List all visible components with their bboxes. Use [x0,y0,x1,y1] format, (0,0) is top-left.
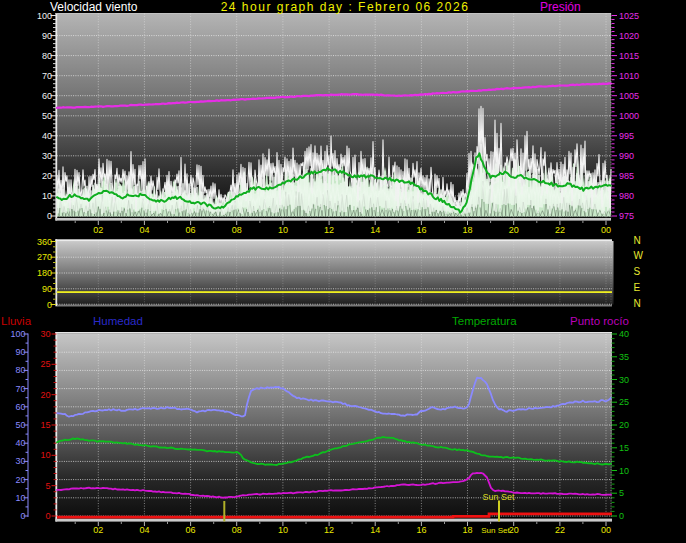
svg-text:985: 985 [619,171,634,181]
svg-text:25: 25 [40,359,50,369]
svg-text:5: 5 [619,488,624,498]
svg-text:1010: 1010 [619,71,639,81]
svg-text:20: 20 [619,420,629,430]
svg-text:Lluvia: Lluvia [1,315,32,327]
svg-text:40: 40 [15,438,25,448]
svg-text:08: 08 [232,225,242,235]
svg-text:N: N [634,298,641,309]
svg-text:60: 60 [15,402,25,412]
svg-text:10: 10 [278,525,288,535]
svg-text:22: 22 [555,525,565,535]
svg-text:10: 10 [42,191,52,201]
svg-text:18: 18 [462,525,472,535]
svg-text:00: 00 [601,525,611,535]
svg-text:5: 5 [45,481,50,491]
svg-text:00: 00 [601,225,611,235]
svg-text:10: 10 [278,225,288,235]
svg-text:0: 0 [20,511,25,521]
svg-text:40: 40 [42,131,52,141]
svg-text:50: 50 [15,420,25,430]
svg-text:24 hour graph day : Febrero 06: 24 hour graph day : Febrero 06 2026 [221,0,470,14]
svg-text:Temperatura: Temperatura [452,315,517,327]
svg-text:0: 0 [47,300,52,310]
svg-text:0: 0 [45,511,50,521]
svg-text:1000: 1000 [619,111,639,121]
svg-text:12: 12 [324,225,334,235]
svg-text:1005: 1005 [619,91,639,101]
svg-text:10: 10 [619,466,629,476]
svg-text:100: 100 [37,11,52,21]
svg-text:20: 20 [509,225,519,235]
svg-text:04: 04 [139,525,149,535]
svg-text:N: N [634,235,641,246]
svg-text:1025: 1025 [619,11,639,21]
svg-text:20: 20 [42,171,52,181]
svg-text:20: 20 [15,475,25,485]
svg-text:12: 12 [324,525,334,535]
svg-text:80: 80 [42,51,52,61]
svg-text:25: 25 [619,397,629,407]
svg-text:30: 30 [619,375,629,385]
svg-text:100: 100 [10,329,25,339]
svg-text:06: 06 [186,525,196,535]
svg-text:W: W [634,250,644,261]
svg-text:995: 995 [619,131,634,141]
svg-text:20: 20 [40,390,50,400]
svg-text:990: 990 [619,151,634,161]
svg-text:60: 60 [42,91,52,101]
svg-text:08: 08 [232,525,242,535]
svg-text:10: 10 [40,450,50,460]
svg-text:22: 22 [555,225,565,235]
svg-text:14: 14 [370,525,380,535]
svg-text:35: 35 [619,352,629,362]
svg-text:180: 180 [37,268,52,278]
svg-text:E: E [634,282,641,293]
svg-text:0: 0 [47,211,52,221]
svg-text:14: 14 [370,225,380,235]
svg-text:02: 02 [93,225,103,235]
svg-text:S: S [634,266,641,277]
svg-text:90: 90 [42,284,52,294]
svg-text:Humedad: Humedad [93,315,143,327]
svg-text:1015: 1015 [619,51,639,61]
svg-text:980: 980 [619,191,634,201]
svg-text:1020: 1020 [619,31,639,41]
svg-text:90: 90 [42,31,52,41]
svg-text:Presión: Presión [540,0,581,14]
svg-text:Sun Set: Sun Set [481,526,510,535]
svg-text:15: 15 [619,443,629,453]
svg-text:70: 70 [42,71,52,81]
svg-text:0: 0 [619,511,624,521]
svg-text:30: 30 [42,151,52,161]
svg-text:Sun Set: Sun Set [482,492,515,502]
svg-text:30: 30 [40,329,50,339]
svg-text:40: 40 [619,329,629,339]
svg-text:80: 80 [15,365,25,375]
svg-text:30: 30 [15,456,25,466]
svg-text:18: 18 [462,225,472,235]
svg-text:15: 15 [40,420,50,430]
svg-text:50: 50 [42,111,52,121]
svg-text:70: 70 [15,384,25,394]
svg-text:06: 06 [186,225,196,235]
svg-text:16: 16 [416,225,426,235]
svg-text:10: 10 [15,493,25,503]
svg-text:360: 360 [37,237,52,247]
svg-text:Punto rocío: Punto rocío [570,315,629,327]
svg-text:02: 02 [93,525,103,535]
svg-text:270: 270 [37,252,52,262]
svg-text:90: 90 [15,347,25,357]
svg-text:16: 16 [416,525,426,535]
svg-text:20: 20 [509,525,519,535]
svg-text:04: 04 [139,225,149,235]
svg-text:975: 975 [619,211,634,221]
svg-text:Velocidad viento: Velocidad viento [50,0,138,14]
